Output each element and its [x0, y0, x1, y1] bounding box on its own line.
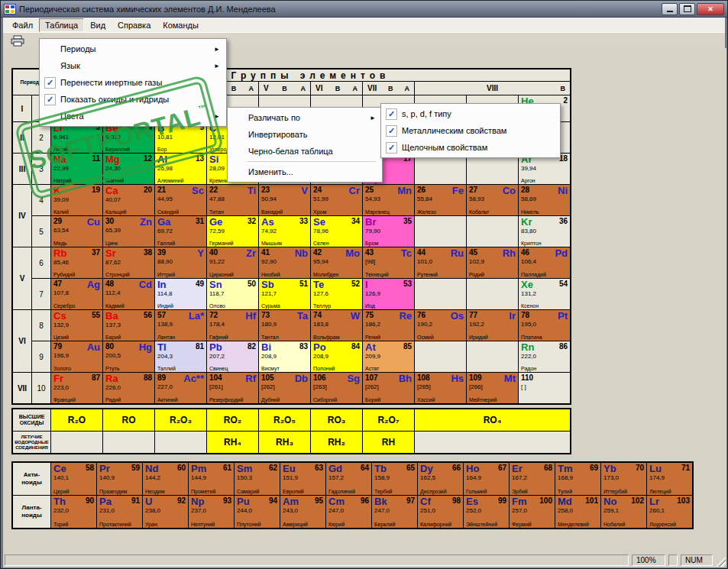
menu-item-alkaline-properties[interactable]: ✓ Щелочным свойствам: [383, 139, 558, 156]
element-Ra[interactable]: Ra226,088Радий: [103, 373, 154, 403]
element-Br[interactable]: Br79,9035Бром: [363, 216, 414, 247]
element-Pu[interactable]: Pu244,094Плутоний: [235, 496, 280, 528]
element-Fm[interactable]: Fm257,0100Фермий: [510, 496, 555, 528]
element-Sc[interactable]: 2144,95ScСкандий: [155, 185, 206, 215]
element-Eu[interactable]: Eu151,963Европий: [280, 463, 325, 495]
element-Nb[interactable]: 4192,90NbНиобий: [259, 247, 310, 278]
element-Cm[interactable]: Cm247,096Кюрий: [326, 496, 371, 528]
element-Md[interactable]: Md258,0101Менделевий: [555, 496, 600, 528]
element-Pt[interactable]: 78195,0PtПлатина: [519, 310, 570, 341]
element-Bi[interactable]: Bi208,983Висмут: [259, 341, 310, 372]
menu-item-periods[interactable]: Периоды ►: [41, 40, 225, 57]
element-Am[interactable]: Am243,095Америций: [280, 496, 325, 528]
element-Rh[interactable]: 45102,9RhРодий: [467, 247, 518, 278]
close-button[interactable]: ✕: [697, 3, 724, 15]
element-Th[interactable]: Th232,090Торий: [51, 496, 96, 528]
element-Pd[interactable]: 46106,4PdПалладий: [519, 247, 570, 278]
element-Po[interactable]: Po208,984Полоний: [311, 341, 362, 372]
element-Tc[interactable]: 43[98]TcТехнеций: [363, 247, 414, 278]
element-Ac**[interactable]: 89227,0Ac**Актиний: [155, 373, 206, 403]
element-Zr[interactable]: 4091,22ZrЦирконий: [207, 247, 258, 278]
element-No[interactable]: No259,1102Нобелий: [601, 496, 646, 528]
maximize-button[interactable]: [679, 3, 695, 15]
element-V[interactable]: 2350,94VВанадий: [259, 185, 310, 215]
menu-item-spdf-type[interactable]: ✓ s, p, d, f типу: [383, 105, 558, 122]
element-Sb[interactable]: Sb121,751Сурьма: [259, 279, 310, 309]
element-Mn[interactable]: 2554,93MnМарганец: [363, 185, 414, 215]
element-Ca[interactable]: Ca40,0720Кальций: [103, 185, 154, 215]
element-Fr[interactable]: Fr223,087Франций: [51, 373, 102, 403]
minimize-button[interactable]: [662, 3, 678, 15]
element-Ta[interactable]: 73180,9TaТантал: [259, 310, 310, 341]
element-Nd[interactable]: Nd144,260Неодим: [143, 463, 188, 495]
menubar-item-file[interactable]: Файл: [6, 18, 39, 32]
element-Tm[interactable]: Tm168,969Тулий: [555, 463, 600, 495]
element-Re[interactable]: 75186,2ReРений: [363, 310, 414, 341]
resize-grip[interactable]: [716, 557, 726, 567]
element-Pa[interactable]: Pa231,091Протактиний: [97, 496, 142, 528]
element-Te[interactable]: Te127,652Теллур: [311, 279, 362, 309]
element-Zn[interactable]: 3065,39ZnЦинк: [103, 216, 154, 247]
element-Au[interactable]: 79196,9AuЗолото: [51, 341, 102, 372]
element-U[interactable]: U238,092Уран: [143, 496, 188, 528]
element-Ga[interactable]: Ga69,7231Галлий: [155, 216, 206, 247]
menu-item-metallic-properties[interactable]: ✓ Металлическим свойствам: [383, 122, 558, 139]
element-Co[interactable]: 2758,93CoКобальт: [467, 185, 518, 215]
element-Mo[interactable]: 4295,94MoМолибден: [311, 247, 362, 278]
element-110[interactable]: 110[ ]: [519, 373, 570, 403]
element-Hg[interactable]: 80200,5HgРтуть: [103, 341, 154, 372]
element-Xe[interactable]: Xe131,254Ксенон: [519, 279, 570, 309]
element-Rf[interactable]: 104[261]RfРезерфордий: [207, 373, 258, 403]
element-Y[interactable]: 3988,90YИттрий: [155, 247, 206, 278]
element-Gd[interactable]: Gd157,264Гадолиний: [326, 463, 371, 495]
element-Pb[interactable]: Pb207,282Свинец: [207, 341, 258, 372]
element-Tl[interactable]: Tl204,381Таллий: [155, 341, 206, 372]
element-Ce[interactable]: Ce140,158Церий: [51, 463, 96, 495]
element-Ni[interactable]: 2858,69NiНикель: [519, 185, 570, 215]
element-Sn[interactable]: Sn118,750Олово: [207, 279, 258, 309]
element-Mt[interactable]: 109[266]MtМейтнерий: [467, 373, 518, 403]
element-Lr[interactable]: Lr260,1103Лоуренсий: [647, 496, 692, 528]
element-Ge[interactable]: Ge72,5932Германий: [207, 216, 258, 247]
element-Yb[interactable]: Yb173,070Иттербий: [601, 463, 646, 495]
element-W[interactable]: 74183,8WВольфрам: [311, 310, 362, 341]
element-Ba[interactable]: Ba137,356Барий: [103, 310, 154, 341]
menubar-item-help[interactable]: Справка: [112, 18, 157, 32]
menu-item-change[interactable]: Изменить...: [229, 163, 380, 180]
element-Er[interactable]: Er167,268Эрбий: [510, 463, 555, 495]
element-Se[interactable]: Se78,9634Селен: [311, 216, 362, 247]
element-Cr[interactable]: 2451,99CrХром: [311, 185, 362, 215]
element-Rn[interactable]: Rn222,086Радон: [519, 341, 570, 372]
element-Hf[interactable]: 72178,4HfГафний: [207, 310, 258, 341]
element-Cf[interactable]: Cf251,098Калифорний: [418, 496, 463, 528]
element-La*[interactable]: 57138,9La*Лантан: [155, 310, 206, 341]
menubar-item-view[interactable]: Вид: [84, 18, 112, 32]
element-Cs[interactable]: Cs132,955Цезий: [51, 310, 102, 341]
element-Ru[interactable]: 44101,0RuРутений: [415, 247, 466, 278]
element-Cd[interactable]: 48112,4CdКадмий: [103, 279, 154, 309]
element-As[interactable]: As74,9233Мышьяк: [259, 216, 310, 247]
element-Pm[interactable]: Pm144,961Прометий: [189, 463, 234, 495]
menubar-item-table[interactable]: Таблица: [39, 18, 84, 32]
menubar-item-commands[interactable]: Команды: [157, 18, 205, 32]
element-Bk[interactable]: Bk247,097Берклий: [372, 496, 417, 528]
print-button[interactable]: [8, 34, 28, 48]
element-Pr[interactable]: Pr140,959Празеодим: [97, 463, 142, 495]
element-Ar[interactable]: Ar39,9418Аргон: [519, 154, 570, 184]
element-Ag[interactable]: 47107,8AgСеребро: [51, 279, 102, 309]
element-Os[interactable]: 76190,2OsОсмий: [415, 310, 466, 341]
element-Es[interactable]: Es252,099Эйнштейний: [464, 496, 509, 528]
menu-item-language[interactable]: Язык ►: [41, 57, 225, 74]
element-Ir[interactable]: 77192,2IrИридий: [467, 310, 518, 341]
element-Ti[interactable]: 2247,88TiТитан: [207, 185, 258, 215]
element-Fe[interactable]: 2655,84FeЖелезо: [415, 185, 466, 215]
element-I[interactable]: I126,953Иод: [363, 279, 414, 309]
element-Rb[interactable]: Rb85,4637Рубидий: [51, 247, 102, 278]
element-Np[interactable]: Np237,093Нептуний: [189, 496, 234, 528]
menu-item-distinguish-by[interactable]: Различать по ►: [229, 109, 380, 126]
element-At[interactable]: At209,985Астат: [363, 341, 414, 372]
element-Sm[interactable]: Sm150,362Самарий: [235, 463, 280, 495]
element-Hs[interactable]: 108[265]HsХассий: [415, 373, 466, 403]
menu-item-invert[interactable]: Инвертировать: [229, 126, 380, 143]
element-Sg[interactable]: 106[263]SgСиборгий: [311, 373, 362, 403]
